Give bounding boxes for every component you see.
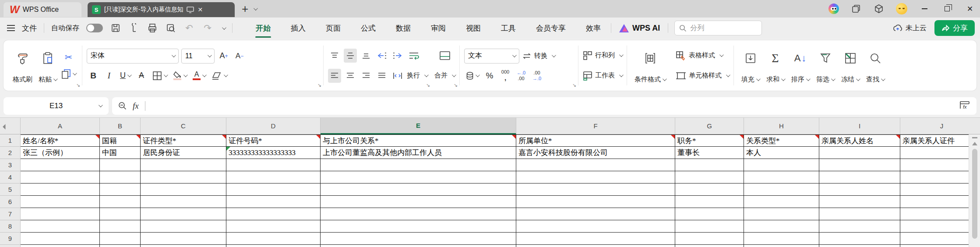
format-painter-button[interactable]: 格式刷 (10, 47, 35, 85)
increase-indent-button[interactable] (391, 49, 404, 63)
wps-home-button[interactable]: W WPS Office (4, 2, 81, 17)
justify-button[interactable] (375, 69, 388, 83)
cloud-status[interactable]: 未上云 (892, 24, 927, 33)
cell[interactable] (226, 245, 321, 247)
merge-button[interactable]: 合并 (434, 69, 455, 83)
tab-审阅[interactable]: 审阅 (421, 18, 456, 39)
split-handle[interactable] (972, 137, 977, 138)
workspace-cube-icon[interactable] (873, 3, 885, 14)
merge-dialog-launcher[interactable]: ↘ (454, 82, 458, 88)
row-header-6[interactable]: 6 (0, 196, 21, 208)
font-color-button[interactable]: A (191, 69, 207, 83)
font-name-select[interactable]: 宋体 (87, 49, 179, 64)
wrap-text-button[interactable]: 换行 (407, 69, 427, 83)
multi-window-icon[interactable] (850, 3, 862, 14)
share-button[interactable]: 分享 (934, 20, 975, 36)
cell-G9[interactable] (675, 233, 744, 245)
cell[interactable] (141, 245, 226, 247)
cell-E7[interactable] (321, 208, 516, 220)
cell-C3[interactable] (141, 159, 226, 171)
align-right-button[interactable] (360, 69, 373, 83)
row-header-1[interactable]: 1 (0, 134, 21, 147)
cell-H7[interactable] (744, 208, 819, 220)
cell-B9[interactable] (100, 233, 141, 245)
cell-J9[interactable] (900, 233, 980, 245)
cell-F5[interactable] (516, 183, 675, 196)
cell-I7[interactable] (819, 208, 900, 220)
new-tab-button[interactable]: + (242, 2, 248, 16)
cell-I2[interactable] (819, 147, 900, 159)
row-header-4[interactable]: 4 (0, 171, 21, 183)
cell-E6[interactable] (321, 196, 516, 208)
cell-A8[interactable] (21, 220, 100, 233)
cell-E9[interactable] (321, 233, 516, 245)
distributed-align-button[interactable] (391, 69, 404, 83)
cell-H9[interactable] (744, 233, 819, 245)
cell-I8[interactable] (819, 220, 900, 233)
cell-A3[interactable] (21, 159, 100, 171)
currency-button[interactable] (464, 69, 480, 83)
cell-D3[interactable] (226, 159, 321, 171)
increase-font-button[interactable]: A+ (217, 49, 230, 63)
cell-I3[interactable] (819, 159, 900, 171)
cell-G6[interactable] (675, 196, 744, 208)
undo-icon[interactable]: ↶ (183, 22, 195, 34)
column-header-D[interactable]: D (226, 118, 321, 134)
tab-开始[interactable]: 开始 (246, 18, 281, 39)
cell-H1[interactable]: 关系类型* (744, 134, 819, 147)
cell-B2[interactable]: 中国 (100, 147, 141, 159)
cell-J1[interactable]: 亲属关系人证件 (900, 134, 980, 147)
cell-C9[interactable] (141, 233, 226, 245)
zoom-lens-icon[interactable] (118, 102, 127, 110)
cell-E5[interactable] (321, 183, 516, 196)
cell[interactable] (744, 245, 819, 247)
cell-F9[interactable] (516, 233, 675, 245)
cell-C6[interactable] (141, 196, 226, 208)
cell-F4[interactable] (516, 171, 675, 183)
sort-button[interactable]: A↓ 排序 (788, 47, 812, 85)
formula-input[interactable]: fx fx (112, 97, 976, 115)
tab-list-chevron-icon[interactable] (254, 6, 258, 11)
cell-E4[interactable] (321, 171, 516, 183)
alignment-dialog-launcher[interactable]: ↘ (426, 82, 430, 88)
cell-A9[interactable] (21, 233, 100, 245)
wps-assistant-icon[interactable] (828, 4, 839, 14)
name-box-chevron-icon[interactable] (99, 103, 103, 107)
cell-J5[interactable] (900, 183, 980, 196)
cell-F7[interactable] (516, 208, 675, 220)
cell-C2[interactable]: 居民身份证 (141, 147, 226, 159)
column-header-A[interactable]: A (21, 118, 100, 134)
align-middle-button[interactable] (344, 49, 357, 63)
cell-A1[interactable]: 姓名/名称* (21, 134, 100, 147)
column-header-F[interactable]: F (516, 118, 675, 134)
tab-数据[interactable]: 数据 (386, 18, 421, 39)
restore-button[interactable] (941, 3, 953, 14)
cell-D4[interactable] (226, 171, 321, 183)
clear-format-button[interactable] (210, 69, 229, 83)
cell-I5[interactable] (819, 183, 900, 196)
cell[interactable] (321, 245, 516, 247)
cell-B8[interactable] (100, 220, 141, 233)
cell-H4[interactable] (744, 171, 819, 183)
tab-页面[interactable]: 页面 (316, 18, 351, 39)
minimize-button[interactable] (919, 3, 930, 14)
cell-A7[interactable] (21, 208, 100, 220)
cell-A5[interactable] (21, 183, 100, 196)
tab-工具[interactable]: 工具 (491, 18, 526, 39)
cell-G4[interactable] (675, 171, 744, 183)
cell[interactable] (21, 245, 100, 247)
document-tab[interactable]: S [只读]深交所-导入内幕信息知 ✕ (88, 2, 235, 17)
cell-E8[interactable] (321, 220, 516, 233)
underline-button[interactable]: U (118, 69, 132, 83)
cell-D1[interactable]: 证件号码* (226, 134, 321, 147)
cell[interactable] (675, 245, 744, 247)
cell-I4[interactable] (819, 171, 900, 183)
cell-G3[interactable] (675, 159, 744, 171)
export-pdf-icon[interactable] (128, 22, 140, 34)
cell-B1[interactable]: 国籍 (100, 134, 141, 147)
tab-视图[interactable]: 视图 (456, 18, 491, 39)
expand-formula-bar-icon[interactable]: fx (959, 100, 970, 112)
cell-G8[interactable] (675, 220, 744, 233)
cell-B7[interactable] (100, 208, 141, 220)
align-bottom-button[interactable] (360, 49, 373, 63)
